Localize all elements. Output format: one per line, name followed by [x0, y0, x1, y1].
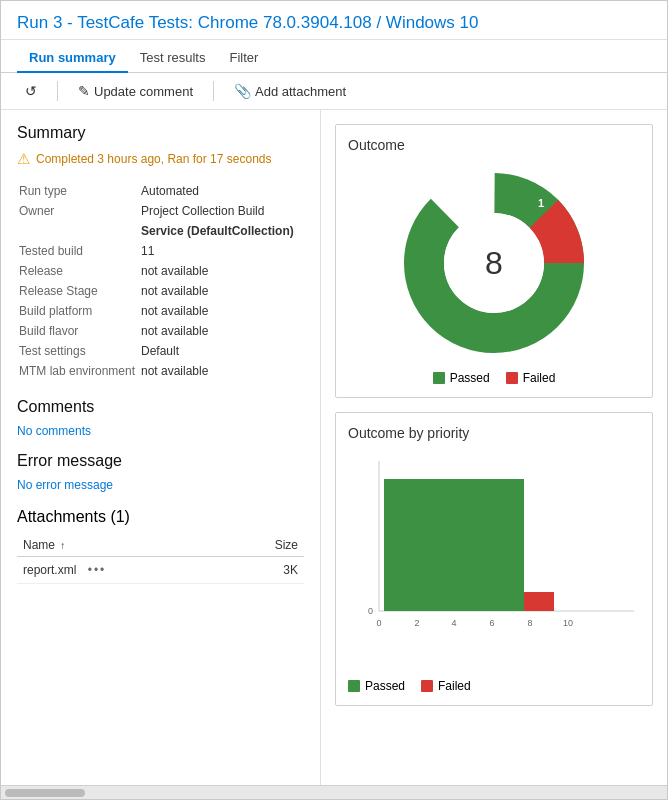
add-attachment-label: Add attachment: [255, 84, 346, 99]
svg-text:4: 4: [451, 618, 456, 628]
attachment-row: report.xml ••• 3K: [17, 557, 304, 584]
table-row: Build flavor not available: [19, 322, 302, 340]
attachment-menu[interactable]: •••: [88, 563, 107, 577]
table-row: Release Stage not available: [19, 282, 302, 300]
passed-legend-label: Passed: [450, 371, 490, 385]
page-title: Run 3 - TestCafe Tests: Chrome 78.0.3904…: [17, 13, 651, 33]
tab-filter[interactable]: Filter: [217, 44, 270, 73]
attachments-section: Attachments (1) Name ↑ Size: [17, 508, 304, 584]
comments-title: Comments: [17, 398, 304, 416]
priority-chart-title: Outcome by priority: [348, 425, 640, 441]
legend-passed-priority: Passed: [348, 679, 405, 693]
field-value-bold: Service (DefaultCollection): [141, 222, 302, 240]
donut-svg-wrap: 8 1 7: [394, 163, 594, 363]
field-label: Build platform: [19, 302, 139, 320]
field-value: 11: [141, 242, 302, 260]
attachment-filename: report.xml: [23, 563, 76, 577]
passed-badge: 7: [568, 313, 574, 325]
field-value: Project Collection Build: [141, 202, 302, 220]
warning-text: Completed 3 hours ago, Ran for 17 second…: [36, 152, 271, 166]
bar-failed: [524, 592, 554, 611]
field-value: Default: [141, 342, 302, 360]
nav-tabs: Run summary Test results Filter: [1, 40, 667, 73]
attachments-title: Attachments (1): [17, 508, 304, 526]
donut-center-label: 8: [485, 245, 503, 282]
field-value: not available: [141, 302, 302, 320]
summary-table: Run type Automated Owner Project Collect…: [17, 180, 304, 382]
field-value: not available: [141, 362, 302, 380]
right-panel: Outcome 8: [321, 110, 667, 785]
failed-badge: 1: [538, 197, 544, 209]
add-attachment-button[interactable]: 📎 Add attachment: [226, 79, 354, 103]
title-bar: Run 3 - TestCafe Tests: Chrome 78.0.3904…: [1, 1, 667, 40]
bar-chart-svg: 0 0 2 4 6 8 10: [348, 451, 640, 651]
update-comment-button[interactable]: ✎ Update comment: [70, 79, 201, 103]
passed-legend-label-2: Passed: [365, 679, 405, 693]
field-value: not available: [141, 282, 302, 300]
warning-icon: ⚠: [17, 150, 30, 168]
outcome-chart-card: Outcome 8: [335, 124, 653, 398]
svg-text:0: 0: [376, 618, 381, 628]
table-row: Test settings Default: [19, 342, 302, 360]
refresh-icon: ↺: [25, 83, 37, 99]
field-label: Release: [19, 262, 139, 280]
tab-run-summary[interactable]: Run summary: [17, 44, 128, 73]
outcome-chart-title: Outcome: [348, 137, 640, 153]
separator-1: [57, 81, 58, 101]
separator-2: [213, 81, 214, 101]
svg-text:6: 6: [489, 618, 494, 628]
field-label: Owner: [19, 202, 139, 220]
error-title: Error message: [17, 452, 304, 470]
content-area: Summary ⚠ Completed 3 hours ago, Ran for…: [1, 110, 667, 785]
attachments-table: Name ↑ Size report.xml ••• 3K: [17, 534, 304, 584]
table-row: MTM lab environment not available: [19, 362, 302, 380]
col-name[interactable]: Name ↑: [17, 534, 226, 557]
field-value: not available: [141, 322, 302, 340]
attachment-size: 3K: [226, 557, 304, 584]
error-section: Error message No error message: [17, 452, 304, 492]
table-row: Run type Automated: [19, 182, 302, 200]
failed-legend-box: [506, 372, 518, 384]
legend-passed: Passed: [433, 371, 490, 385]
field-label: Release Stage: [19, 282, 139, 300]
bar-chart-wrap: 0 0 2 4 6 8 10: [348, 451, 640, 671]
tab-test-results[interactable]: Test results: [128, 44, 218, 73]
field-label: MTM lab environment: [19, 362, 139, 380]
paperclip-icon: 📎: [234, 83, 251, 99]
no-error-text: No error message: [17, 478, 304, 492]
scrollbar-area[interactable]: [1, 785, 667, 799]
col-name-label: Name: [23, 538, 55, 552]
comments-section: Comments No comments: [17, 398, 304, 438]
failed-legend-box-2: [421, 680, 433, 692]
svg-text:0: 0: [368, 606, 373, 616]
main-window: Run 3 - TestCafe Tests: Chrome 78.0.3904…: [0, 0, 668, 800]
donut-legend: Passed Failed: [433, 371, 556, 385]
refresh-button[interactable]: ↺: [17, 79, 45, 103]
legend-failed-priority: Failed: [421, 679, 471, 693]
summary-section: Summary ⚠ Completed 3 hours ago, Ran for…: [17, 124, 304, 382]
priority-chart-card: Outcome by priority 0: [335, 412, 653, 706]
passed-legend-box: [433, 372, 445, 384]
attachment-name: report.xml •••: [17, 557, 226, 584]
failed-legend-label-2: Failed: [438, 679, 471, 693]
toolbar: ↺ ✎ Update comment 📎 Add attachment: [1, 73, 667, 110]
failed-legend-label: Failed: [523, 371, 556, 385]
table-row: Owner Project Collection Build: [19, 202, 302, 220]
bar-passed: [384, 479, 524, 611]
table-row: Tested build 11: [19, 242, 302, 260]
update-comment-label: Update comment: [94, 84, 193, 99]
passed-legend-box-2: [348, 680, 360, 692]
scrollbar-thumb[interactable]: [5, 789, 85, 797]
table-header-row: Name ↑ Size: [17, 534, 304, 557]
svg-text:8: 8: [527, 618, 532, 628]
field-label: Test settings: [19, 342, 139, 360]
field-label: Build flavor: [19, 322, 139, 340]
col-size: Size: [226, 534, 304, 557]
donut-container: 8 1 7 Passed Failed: [348, 163, 640, 385]
sort-icon: ↑: [60, 540, 65, 551]
field-label: Run type: [19, 182, 139, 200]
field-label: Tested build: [19, 242, 139, 260]
field-value: Automated: [141, 182, 302, 200]
field-value: not available: [141, 262, 302, 280]
priority-legend: Passed Failed: [348, 679, 640, 693]
